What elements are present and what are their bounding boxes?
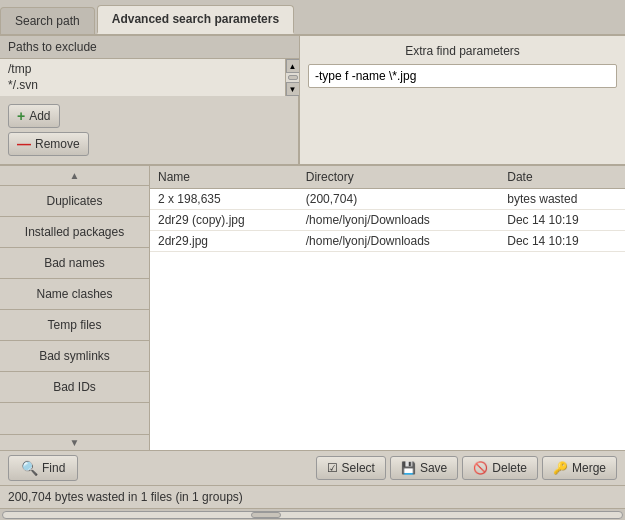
- middle-row: ▲ Duplicates Installed packages Bad name…: [0, 166, 625, 450]
- scroll-down-arrow[interactable]: ▼: [286, 82, 300, 96]
- arrow-down-icon[interactable]: ▼: [70, 437, 80, 448]
- results-table: Name Directory Date 2 x 198,635 (200,704…: [150, 166, 625, 252]
- sidebar-nav: ▲ Duplicates Installed packages Bad name…: [0, 166, 150, 450]
- file-directory: /home/lyonj/Downloads: [298, 231, 500, 252]
- file-date: Dec 14 10:19: [499, 210, 625, 231]
- results-panel: Name Directory Date 2 x 198,635 (200,704…: [150, 166, 625, 450]
- status-bar: 200,704 bytes wasted in 1 files (in 1 gr…: [0, 485, 625, 508]
- summary-label: bytes wasted: [499, 189, 625, 210]
- sidebar-item-bad-ids[interactable]: Bad IDs: [0, 372, 149, 403]
- sidebar-item-installed-packages[interactable]: Installed packages: [0, 217, 149, 248]
- scrollbar-thumb[interactable]: [251, 512, 281, 518]
- exclude-list: /tmp */.svn */CVS */.git: [0, 59, 299, 96]
- merge-button[interactable]: 🔑 Merge: [542, 456, 617, 480]
- arrow-up-icon[interactable]: ▲: [68, 168, 82, 183]
- remove-button[interactable]: — Remove: [8, 132, 89, 156]
- content-area: Paths to exclude /tmp */.svn */CVS */.gi…: [0, 36, 625, 520]
- sidebar-item-duplicates[interactable]: Duplicates: [0, 186, 149, 217]
- top-panels: Paths to exclude /tmp */.svn */CVS */.gi…: [0, 36, 625, 166]
- file-name: 2dr29.jpg: [150, 231, 298, 252]
- list-item: */.svn: [4, 77, 279, 93]
- file-date: Dec 14 10:19: [499, 231, 625, 252]
- exclude-list-wrapper: /tmp */.svn */CVS */.git ▲ ▼: [0, 59, 299, 96]
- merge-icon: 🔑: [553, 461, 568, 475]
- plus-icon: +: [17, 108, 25, 124]
- arrow-down-area: ▼: [0, 434, 149, 450]
- sidebar-item-name-clashes[interactable]: Name clashes: [0, 279, 149, 310]
- select-button[interactable]: ☑ Select: [316, 456, 386, 480]
- summary-total: (200,704): [298, 189, 500, 210]
- extra-find-input[interactable]: [308, 64, 617, 88]
- delete-button[interactable]: 🚫 Delete: [462, 456, 538, 480]
- find-icon: 🔍: [21, 460, 38, 476]
- scroll-thumb[interactable]: [288, 75, 298, 80]
- extra-find-header: Extra find parameters: [308, 44, 617, 58]
- file-name: 2dr29 (copy).jpg: [150, 210, 298, 231]
- scrollbar-track[interactable]: [2, 511, 623, 519]
- col-date: Date: [499, 166, 625, 189]
- sidebar-item-bad-symlinks[interactable]: Bad symlinks: [0, 341, 149, 372]
- add-remove-section: + Add — Remove: [0, 96, 299, 164]
- minus-icon: —: [17, 136, 31, 152]
- exclude-header: Paths to exclude: [0, 36, 299, 59]
- table-row: 2 x 198,635 (200,704) bytes wasted: [150, 189, 625, 210]
- delete-icon: 🚫: [473, 461, 488, 475]
- horizontal-scrollbar[interactable]: [0, 508, 625, 520]
- vertical-scrollbar[interactable]: ▲ ▼: [285, 59, 299, 96]
- save-icon: 💾: [401, 461, 416, 475]
- table-row[interactable]: 2dr29 (copy).jpg /home/lyonj/Downloads D…: [150, 210, 625, 231]
- save-button[interactable]: 💾 Save: [390, 456, 458, 480]
- col-name: Name: [150, 166, 298, 189]
- sidebar-item-temp-files[interactable]: Temp files: [0, 310, 149, 341]
- exclude-section: Paths to exclude /tmp */.svn */CVS */.gi…: [0, 36, 300, 164]
- find-button[interactable]: 🔍 Find: [8, 455, 78, 481]
- action-bar: 🔍 Find ☑ Select 💾 Save 🚫 Delete 🔑 Merge: [0, 450, 625, 485]
- add-button[interactable]: + Add: [8, 104, 60, 128]
- scroll-up-arrow[interactable]: ▲: [286, 59, 300, 73]
- list-item: */CVS: [4, 93, 279, 96]
- tab-search-path[interactable]: Search path: [0, 7, 95, 34]
- list-item: /tmp: [4, 61, 279, 77]
- tab-advanced-search[interactable]: Advanced search parameters: [97, 5, 294, 34]
- table-row[interactable]: 2dr29.jpg /home/lyonj/Downloads Dec 14 1…: [150, 231, 625, 252]
- sidebar-nav-header: ▲: [0, 166, 149, 186]
- select-icon: ☑: [327, 461, 338, 475]
- summary-size: 2 x 198,635: [150, 189, 298, 210]
- col-directory: Directory: [298, 166, 500, 189]
- tab-bar: Search path Advanced search parameters: [0, 0, 625, 36]
- extra-find-panel: Extra find parameters: [300, 36, 625, 164]
- sidebar-item-bad-names[interactable]: Bad names: [0, 248, 149, 279]
- file-directory: /home/lyonj/Downloads: [298, 210, 500, 231]
